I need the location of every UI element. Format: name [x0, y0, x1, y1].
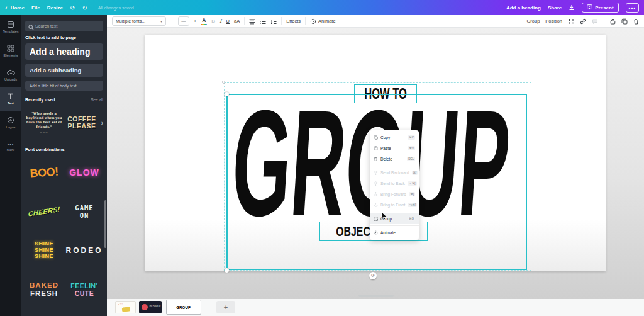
context-menu-label: Paste — [380, 146, 391, 150]
context-menu-shortcut: ⌥⌘[ — [408, 181, 417, 186]
horizontal-scrollbar[interactable] — [358, 295, 394, 297]
font-size-increase-button[interactable]: + — [194, 19, 197, 24]
duplicate-icon[interactable] — [621, 16, 628, 27]
more-options-icon[interactable]: ••• — [626, 3, 639, 13]
lock-icon[interactable] — [610, 16, 616, 27]
menu-divider — [370, 212, 419, 212]
spacing-icon[interactable] — [270, 16, 277, 27]
combo-cheers[interactable]: CHEERS! — [25, 195, 64, 229]
context-menu-item-group[interactable]: Group ⌘G — [370, 213, 419, 224]
delete-icon[interactable] — [633, 16, 639, 27]
present-button[interactable]: Present — [582, 3, 618, 13]
animate-button[interactable]: Animate — [310, 16, 336, 27]
selection-handle-bottom-left[interactable] — [225, 268, 229, 273]
group-button[interactable]: Group — [526, 18, 540, 24]
text-icon — [7, 93, 14, 100]
sidebar-label: Elements — [4, 54, 18, 57]
present-label: Present — [595, 5, 613, 11]
scroll-right-icon[interactable]: › — [101, 120, 103, 127]
text-panel: Click text to add to page Add a heading … — [21, 15, 107, 316]
recent-template-quote[interactable]: "Who needs a boyfriend when you have the… — [25, 111, 63, 134]
link-icon[interactable] — [580, 16, 586, 27]
context-menu-item-paste[interactable]: Paste ⌘V — [370, 143, 419, 154]
undo-icon[interactable]: ↺ — [70, 4, 75, 11]
add-page-button[interactable]: + — [216, 301, 235, 313]
effects-button[interactable]: Effects — [286, 18, 301, 24]
add-subheading-button[interactable]: Add a subheading — [25, 64, 103, 77]
add-subheading-label: Add a subheading — [30, 67, 81, 74]
context-menu-label: Bring to Front — [380, 203, 405, 207]
templates-icon — [7, 21, 14, 28]
resize-button[interactable]: Resize — [47, 5, 63, 11]
search-input[interactable] — [25, 21, 103, 31]
sidebar-label: Logos — [6, 125, 16, 129]
sidebar-item-templates[interactable]: Templates — [0, 15, 21, 39]
redo-icon[interactable]: ↻ — [82, 4, 87, 11]
letter-case-button[interactable]: aA — [234, 19, 240, 24]
save-status: All changes saved — [98, 6, 134, 10]
send-to-back-icon — [374, 181, 378, 186]
sidebar-label: More — [7, 148, 15, 152]
underline-button[interactable]: U — [226, 19, 230, 24]
selection-handle-top-left[interactable] — [225, 92, 229, 96]
share-button[interactable]: Share — [548, 5, 562, 11]
context-menu-item-delete[interactable]: Delete DEL — [370, 154, 419, 164]
sidebar-item-logos[interactable]: Logos — [0, 111, 21, 135]
panel-scrollbar[interactable] — [104, 200, 106, 248]
combo-game-on[interactable]: GAME ON — [65, 197, 103, 226]
combo-rodeo[interactable]: RODEO — [65, 236, 103, 265]
sidebar-rail: Templates Elements Uploads Text Logos ••… — [0, 15, 21, 316]
recent-template-coffee[interactable]: COFFEE PLEASE — [65, 116, 98, 130]
context-menu-shortcut: ⌘G — [408, 217, 415, 221]
italic-button[interactable]: I — [219, 19, 221, 24]
transparency-icon[interactable] — [568, 16, 574, 27]
combo-baked-fresh[interactable]: BAKED FRESH — [25, 275, 63, 304]
combo-shine[interactable]: SHINE SHINE SHINE — [25, 236, 63, 265]
add-heading-button[interactable]: Add a heading — [25, 43, 103, 60]
rotate-handle[interactable]: ⟳ — [369, 272, 377, 279]
font-selector[interactable]: Multiple fonts... ▾ — [112, 16, 166, 26]
mouse-cursor — [381, 212, 387, 223]
download-icon[interactable] — [569, 4, 575, 11]
page-thumbnail-3-current[interactable]: GROUP — [166, 300, 201, 315]
comment-icon[interactable] — [592, 16, 598, 27]
context-menu-label: Send to Back — [380, 181, 405, 186]
search-box — [25, 19, 103, 30]
context-menu-item-copy[interactable]: Copy ⌘C — [370, 132, 419, 143]
text-align-icon[interactable] — [249, 16, 255, 27]
sidebar-item-elements[interactable]: Elements — [0, 39, 21, 63]
copy-icon — [374, 135, 378, 140]
sidebar-item-text[interactable]: Text — [0, 87, 21, 111]
file-menu-button[interactable]: File — [31, 5, 40, 11]
combo-label: FRESH — [30, 290, 58, 298]
sidebar-item-uploads[interactable]: Uploads — [0, 63, 21, 87]
sidebar-label: Text — [8, 101, 14, 105]
position-button[interactable]: Position — [545, 18, 562, 24]
context-menu-label: Copy — [380, 135, 390, 140]
trash-icon — [374, 157, 378, 161]
bold-button[interactable]: B — [211, 19, 215, 24]
see-all-link[interactable]: See all — [91, 98, 103, 102]
font-size-field[interactable]: — — [178, 16, 189, 26]
home-button[interactable]: Home — [11, 5, 25, 11]
page-thumbnail-2[interactable]: The Future of — [139, 301, 162, 313]
add-body-text-button[interactable]: Add a little bit of body text — [25, 81, 103, 91]
combo-glow[interactable]: GLOW — [65, 158, 103, 187]
top-bar: ‹ Home File Resize ↺ ↻ All changes saved… — [0, 0, 644, 15]
list-icon[interactable] — [260, 16, 266, 27]
context-menu-item-animate[interactable]: Animate — [370, 227, 419, 238]
design-title[interactable]: Add a heading — [506, 5, 541, 11]
menu-divider — [370, 166, 419, 166]
back-chevron-icon[interactable]: ‹ — [5, 4, 8, 11]
combo-boo[interactable]: BOO! — [24, 157, 64, 188]
font-size-decrease-button[interactable]: − — [170, 19, 174, 24]
thumb3-label: GROUP — [177, 305, 191, 310]
text-color-button[interactable]: A — [201, 17, 207, 26]
combo-feelin-cute[interactable]: FEELIN' CUTE — [65, 275, 103, 304]
page-thumbnail-1[interactable]: ~ ~ ~ — [115, 301, 136, 313]
combo-label: ON — [80, 212, 89, 219]
sidebar-label: Templates — [3, 30, 18, 33]
paste-icon — [374, 146, 378, 150]
context-menu-shortcut: ⌥⌘] — [408, 203, 417, 207]
sidebar-item-more[interactable]: ••• More — [0, 135, 21, 159]
